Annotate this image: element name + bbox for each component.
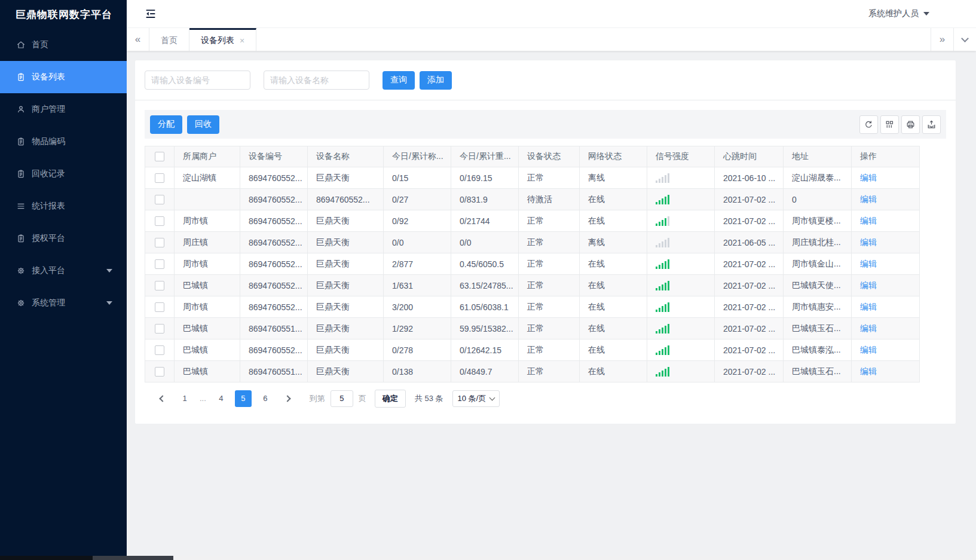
cell-merchant: 巴城镇 xyxy=(175,275,240,296)
page-button-6[interactable]: 6 xyxy=(257,390,274,407)
edit-link[interactable]: 编辑 xyxy=(860,323,877,333)
page-size-select[interactable]: 10 条/页 xyxy=(452,390,500,407)
edit-link[interactable]: 编辑 xyxy=(860,302,877,311)
export-button[interactable] xyxy=(922,115,941,134)
cell-today-weight: 59.95/15382... xyxy=(451,318,519,339)
cell-today-weight: 61.05/6038.1 xyxy=(451,296,519,318)
table-row: 巴城镇 8694760551... 巨鼎天衡 1/292 59.95/15382… xyxy=(145,318,920,339)
prev-page-button[interactable] xyxy=(154,390,171,407)
query-button[interactable]: 查询 xyxy=(383,71,415,90)
sidebar-item-1[interactable]: 设备列表 xyxy=(0,61,127,93)
page-unit-label: 页 xyxy=(359,393,366,404)
cell-device-status: 正常 xyxy=(519,275,580,296)
row-checkbox[interactable] xyxy=(155,281,164,290)
sidebar-item-6[interactable]: 授权平台 xyxy=(0,222,127,255)
sidebar-item-label: 接入平台 xyxy=(32,265,65,276)
row-checkbox[interactable] xyxy=(155,238,164,247)
edit-link[interactable]: 编辑 xyxy=(860,280,877,290)
menu-fold-icon[interactable] xyxy=(144,7,157,20)
row-checkbox[interactable] xyxy=(155,195,164,204)
edit-link[interactable]: 编辑 xyxy=(860,237,877,247)
chevron-down-icon xyxy=(961,35,969,42)
edit-link[interactable]: 编辑 xyxy=(860,366,877,376)
confirm-button[interactable]: 确定 xyxy=(375,390,406,408)
tab-close-icon[interactable]: × xyxy=(240,36,244,45)
cell-signal xyxy=(647,361,715,382)
cell-device-name: 巨鼎天衡 xyxy=(308,210,384,232)
goto-page-input[interactable] xyxy=(331,390,353,407)
cell-device-status: 正常 xyxy=(519,361,580,382)
cell-device-name: 巨鼎天衡 xyxy=(308,339,384,361)
edit-link[interactable]: 编辑 xyxy=(860,216,877,225)
horizontal-scrollbar[interactable] xyxy=(0,556,976,560)
cell-device-no: 8694760552... xyxy=(240,253,308,275)
cell-address: 淀山湖晟泰... xyxy=(784,167,852,189)
sidebar-item-0[interactable]: 首页 xyxy=(0,29,127,61)
gear-icon xyxy=(16,298,26,308)
user-icon xyxy=(16,105,26,114)
columns-button[interactable] xyxy=(880,115,899,134)
recycle-button[interactable]: 回收 xyxy=(187,115,219,134)
sidebar-item-4[interactable]: 回收记录 xyxy=(0,158,127,190)
signal-bars-icon xyxy=(656,216,706,226)
cell-network-status: 在线 xyxy=(580,253,647,275)
print-button[interactable] xyxy=(901,115,920,134)
row-checkbox[interactable] xyxy=(155,216,164,226)
column-header: 今日/累计称... xyxy=(384,146,451,167)
tab-0[interactable]: 首页 xyxy=(149,28,189,51)
tabs-scroll-left-button[interactable]: « xyxy=(127,28,149,51)
cell-today-count: 0/0 xyxy=(384,232,451,253)
doc-icon xyxy=(16,169,26,179)
next-page-button[interactable] xyxy=(279,390,296,407)
page-button-5[interactable]: 5 xyxy=(235,390,252,407)
sidebar: 巨鼎物联网数字平台 首页 设备列表 商户管理 物品编码 回收记录 统计报表 授权… xyxy=(0,0,127,556)
page-button-1[interactable]: 1 xyxy=(176,390,193,407)
sidebar-item-7[interactable]: 接入平台 xyxy=(0,255,127,287)
tab-1[interactable]: 设备列表 × xyxy=(189,28,256,51)
edit-link[interactable]: 编辑 xyxy=(860,173,877,182)
sidebar-item-8[interactable]: 系统管理 xyxy=(0,287,127,319)
cell-today-count: 2/877 xyxy=(384,253,451,275)
user-menu[interactable]: 系统维护人员 xyxy=(868,8,929,19)
sidebar-item-label: 物品编码 xyxy=(32,136,65,147)
refresh-button[interactable] xyxy=(859,115,878,134)
scrollbar-thumb[interactable] xyxy=(93,556,173,560)
column-header: 网络状态 xyxy=(580,146,647,167)
cell-network-status: 在线 xyxy=(580,275,647,296)
row-checkbox[interactable] xyxy=(155,302,164,312)
cell-today-weight: 0.45/6050.5 xyxy=(451,253,519,275)
page-button-4[interactable]: 4 xyxy=(213,390,230,407)
device-no-input[interactable] xyxy=(145,71,250,90)
signal-bars-icon xyxy=(656,345,706,355)
assign-button[interactable]: 分配 xyxy=(150,115,182,134)
sidebar-item-3[interactable]: 物品编码 xyxy=(0,126,127,158)
sidebar-item-2[interactable]: 商户管理 xyxy=(0,93,127,126)
edit-link[interactable]: 编辑 xyxy=(860,194,877,204)
row-checkbox[interactable] xyxy=(155,259,164,269)
grid-toolbar: 分配 回收 xyxy=(145,110,946,139)
cell-network-status: 在线 xyxy=(580,189,647,210)
cell-merchant: 巴城镇 xyxy=(175,318,240,339)
edit-link[interactable]: 编辑 xyxy=(860,259,877,268)
list-icon xyxy=(16,201,26,211)
cell-today-weight: 0/4849.7 xyxy=(451,361,519,382)
cell-merchant: 巴城镇 xyxy=(175,361,240,382)
tabs-menu-button[interactable] xyxy=(953,28,976,51)
cell-today-count: 0/278 xyxy=(384,339,451,361)
add-button[interactable]: 添加 xyxy=(420,71,452,90)
row-checkbox[interactable] xyxy=(155,324,164,333)
sidebar-item-5[interactable]: 统计报表 xyxy=(0,190,127,222)
row-checkbox[interactable] xyxy=(155,173,164,183)
tabs-scroll-right-button[interactable]: » xyxy=(931,28,953,51)
export-icon xyxy=(926,120,937,130)
select-all-checkbox[interactable] xyxy=(155,152,164,161)
edit-link[interactable]: 编辑 xyxy=(860,345,877,354)
sidebar-item-label: 首页 xyxy=(32,39,48,50)
cell-merchant: 淀山湖镇 xyxy=(175,167,240,189)
row-checkbox[interactable] xyxy=(155,367,164,377)
cell-device-status: 正常 xyxy=(519,232,580,253)
tabbar-spacer xyxy=(256,28,931,51)
table-row: 巴城镇 8694760552... 巨鼎天衡 1/631 63.15/24785… xyxy=(145,275,920,296)
row-checkbox[interactable] xyxy=(155,345,164,355)
device-name-input[interactable] xyxy=(264,71,369,90)
